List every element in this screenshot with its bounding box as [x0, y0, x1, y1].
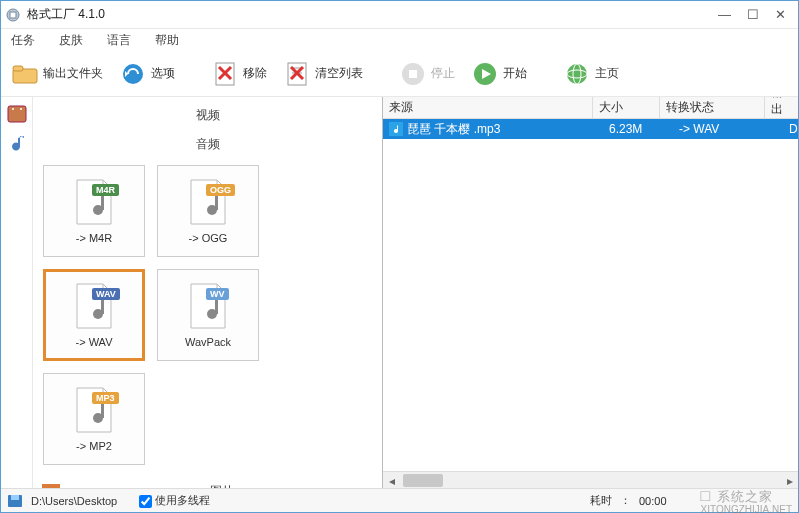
minimize-button[interactable]: — [718, 7, 731, 22]
cell-status: -> WAV [673, 122, 783, 136]
format-badge: WAV [92, 288, 120, 300]
sidebar [1, 97, 33, 488]
multithread-toggle[interactable]: 使用多线程 [139, 493, 210, 508]
svg-rect-33 [101, 404, 104, 418]
svg-point-22 [12, 108, 14, 110]
format-tile-wv[interactable]: WVWavPack [157, 269, 259, 361]
col-output[interactable]: 输出 [F2] [765, 97, 798, 118]
main-area: 视频 音频 M4R-> M4ROGG-> OGGWAV-> WAVWVWavPa… [1, 97, 798, 488]
svg-point-23 [20, 108, 22, 110]
globe-icon [563, 60, 591, 88]
svg-rect-15 [409, 70, 417, 78]
list-row[interactable]: 琵琶 千本樱 .mp36.23M-> WAVD:\Users\De [383, 119, 798, 139]
multithread-label: 使用多线程 [155, 494, 210, 506]
svg-rect-29 [101, 300, 104, 314]
stop-label: 停止 [431, 65, 455, 82]
home-label: 主页 [595, 65, 619, 82]
list-body[interactable]: 琵琶 千本樱 .mp36.23M-> WAVD:\Users\De [383, 119, 798, 471]
menu-language[interactable]: 语言 [103, 30, 135, 51]
options-label: 选项 [151, 65, 175, 82]
home-button[interactable]: 主页 [559, 58, 623, 90]
format-caption: -> M4R [76, 232, 112, 244]
options-icon [119, 60, 147, 88]
svg-rect-21 [8, 106, 26, 122]
cell-source: 琵琶 千本樱 .mp3 [383, 121, 603, 138]
app-icon [5, 7, 21, 23]
scroll-right-arrow-icon[interactable]: ▸ [781, 472, 798, 488]
format-panel: 视频 音频 M4R-> M4ROGG-> OGGWAV-> WAVWVWavPa… [33, 97, 383, 488]
svg-rect-39 [389, 122, 403, 136]
format-grid: M4R-> M4ROGG-> OGGWAV-> WAVWVWavPackMP3-… [39, 159, 376, 477]
clear-list-button[interactable]: 清空列表 [279, 58, 367, 90]
remove-label: 移除 [243, 65, 267, 82]
list-header: 来源 大小 转换状态 输出 [F2] [383, 97, 798, 119]
svg-rect-1 [10, 12, 16, 18]
disk-icon [7, 494, 23, 508]
svg-rect-25 [101, 196, 104, 210]
options-button[interactable]: 选项 [115, 58, 179, 90]
menubar: 任务 皮肤 语言 帮助 [1, 29, 798, 51]
format-badge: OGG [206, 184, 235, 196]
format-caption: WavPack [185, 336, 231, 348]
format-page-icon: WAV [70, 282, 118, 330]
multithread-checkbox[interactable] [139, 495, 152, 508]
horizontal-scrollbar[interactable]: ◂ ▸ [383, 471, 798, 488]
output-path[interactable]: D:\Users\Desktop [31, 495, 117, 507]
sidebar-audio-icon[interactable] [6, 133, 28, 155]
statusbar: D:\Users\Desktop 使用多线程 耗时 ： 00:00 □ 系统之家… [1, 488, 798, 512]
clear-icon [283, 60, 311, 88]
titlebar: 格式工厂 4.1.0 — ☐ ✕ [1, 1, 798, 29]
col-size[interactable]: 大小 [593, 97, 660, 118]
remove-icon [211, 60, 239, 88]
remove-button[interactable]: 移除 [207, 58, 271, 90]
format-caption: -> OGG [189, 232, 228, 244]
svg-rect-3 [13, 66, 23, 71]
svg-rect-41 [11, 495, 19, 500]
cat-picture[interactable]: 图片 [39, 477, 376, 488]
stop-button[interactable]: 停止 [395, 58, 459, 90]
start-button[interactable]: 开始 [467, 58, 531, 90]
folder-icon [11, 60, 39, 88]
cell-output: D:\Users\De [783, 122, 798, 136]
elapsed-value: 00:00 [639, 495, 667, 507]
format-caption: -> WAV [76, 336, 113, 348]
format-page-icon: OGG [184, 178, 232, 226]
format-badge: WV [206, 288, 229, 300]
picture-icon [41, 481, 61, 488]
format-badge: MP3 [92, 392, 119, 404]
section-audio[interactable]: 音频 [39, 130, 376, 159]
format-tile-m4r[interactable]: M4R-> M4R [43, 165, 145, 257]
menu-skin[interactable]: 皮肤 [55, 30, 87, 51]
watermark-url: XITONGZHIJIA.NET [701, 504, 793, 514]
format-page-icon: MP3 [70, 386, 118, 434]
scroll-left-arrow-icon[interactable]: ◂ [383, 472, 400, 488]
section-video[interactable]: 视频 [39, 101, 376, 130]
start-icon [471, 60, 499, 88]
maximize-button[interactable]: ☐ [747, 7, 759, 22]
col-status[interactable]: 转换状态 [660, 97, 765, 118]
close-button[interactable]: ✕ [775, 7, 786, 22]
output-folder-label: 输出文件夹 [43, 65, 103, 82]
menu-help[interactable]: 帮助 [151, 30, 183, 51]
format-tile-ogg[interactable]: OGG-> OGG [157, 165, 259, 257]
window-controls: — ☐ ✕ [718, 7, 786, 22]
file-list-panel: 来源 大小 转换状态 输出 [F2] 琵琶 千本樱 .mp36.23M-> WA… [383, 97, 798, 488]
svg-rect-27 [215, 196, 218, 210]
start-label: 开始 [503, 65, 527, 82]
format-tile-wav[interactable]: WAV-> WAV [43, 269, 145, 361]
watermark-brand: 系统之家 [717, 489, 773, 504]
menu-task[interactable]: 任务 [7, 30, 39, 51]
window-title: 格式工厂 4.1.0 [27, 6, 718, 23]
format-caption: -> MP2 [76, 440, 112, 452]
output-folder-button[interactable]: 输出文件夹 [7, 58, 107, 90]
scroll-thumb[interactable] [403, 474, 443, 487]
category-list: 图片 文档 光驱设备\DVD\CD\ISO 工具集 [39, 477, 376, 488]
app-window: 格式工厂 4.1.0 — ☐ ✕ 任务 皮肤 语言 帮助 输出文件夹 选项 移除… [0, 0, 799, 513]
cell-size: 6.23M [603, 122, 673, 136]
format-tile-mp3[interactable]: MP3-> MP2 [43, 373, 145, 465]
col-source[interactable]: 来源 [383, 97, 593, 118]
toolbar: 输出文件夹 选项 移除 清空列表 停止 开始 主页 [1, 51, 798, 97]
sidebar-video-icon[interactable] [6, 103, 28, 125]
format-badge: M4R [92, 184, 119, 196]
format-page-icon: M4R [70, 178, 118, 226]
